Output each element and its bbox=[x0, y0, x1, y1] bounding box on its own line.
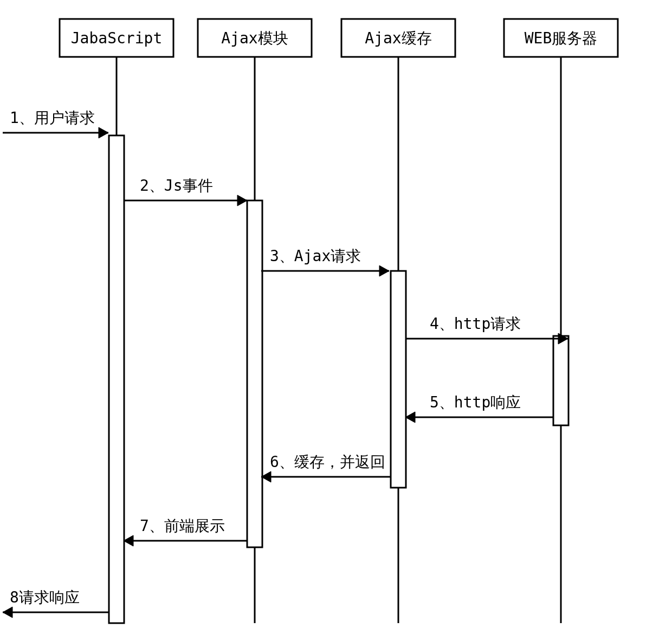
participant-label: Ajax缓存 bbox=[365, 29, 431, 47]
arrowhead-icon bbox=[124, 535, 133, 546]
participant-label: JabaScript bbox=[71, 29, 163, 47]
sequence-diagram: JabaScriptAjax模块Ajax缓存WEB服务器1、用户请求2、Js事件… bbox=[0, 0, 672, 628]
arrowhead-icon bbox=[237, 195, 247, 206]
message-label: 5、http响应 bbox=[430, 393, 521, 411]
arrowhead-icon bbox=[405, 412, 415, 423]
activation-bar bbox=[109, 135, 124, 623]
participant-label: WEB服务器 bbox=[525, 29, 598, 47]
activation-bar bbox=[391, 271, 406, 488]
message-label: 4、http请求 bbox=[430, 315, 521, 333]
message-label: 7、前端展示 bbox=[140, 517, 225, 535]
message-label: 1、用户请求 bbox=[10, 109, 95, 127]
message-label: 6、缓存，并返回 bbox=[270, 453, 385, 471]
arrowhead-icon bbox=[379, 266, 389, 276]
message-label: 3、Ajax请求 bbox=[270, 247, 361, 265]
participant-label: Ajax模块 bbox=[221, 29, 288, 47]
activation-bar bbox=[247, 200, 262, 547]
activation-bar bbox=[553, 336, 568, 425]
message-label: 2、Js事件 bbox=[140, 177, 213, 195]
message-label: 8请求响应 bbox=[10, 588, 80, 606]
arrowhead-icon bbox=[99, 127, 108, 138]
arrowhead-icon bbox=[3, 607, 12, 618]
